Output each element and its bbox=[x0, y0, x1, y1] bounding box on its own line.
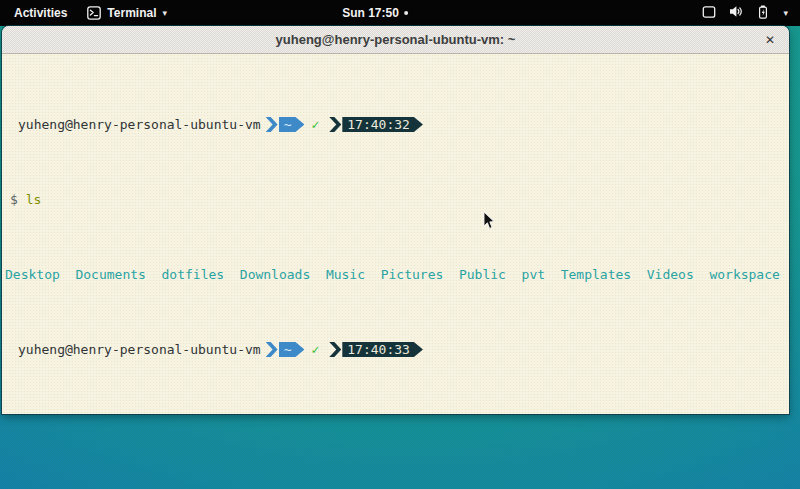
status-check-icon: ✓ bbox=[311, 342, 319, 357]
powerline-chevron-icon bbox=[266, 117, 278, 132]
prompt-path: ~ bbox=[279, 117, 305, 132]
powerline-path-segment: ~ bbox=[266, 342, 305, 357]
prompt-line: yuheng@henry-personal-ubuntu-vm ~ ✓ 17:4… bbox=[5, 117, 789, 132]
command-line: $ ls bbox=[5, 192, 789, 207]
app-menu-label: Terminal bbox=[107, 6, 156, 20]
close-button[interactable]: ✕ bbox=[759, 26, 781, 53]
powerline-time-segment: 17:40:33 bbox=[329, 342, 423, 357]
powerline-chevron-icon bbox=[329, 117, 341, 132]
window-title: yuheng@henry-personal-ubuntu-vm: ~ bbox=[276, 32, 516, 47]
top-bar-left: Activities Terminal ▾ bbox=[0, 4, 167, 22]
terminal-screen[interactable]: yuheng@henry-personal-ubuntu-vm ~ ✓ 17:4… bbox=[2, 54, 789, 414]
powerline-chevron-icon bbox=[266, 342, 278, 357]
prompt-path: ~ bbox=[279, 342, 305, 357]
activities-button[interactable]: Activities bbox=[10, 4, 71, 22]
terminal-app-icon bbox=[87, 6, 101, 20]
powerline-time-segment: 17:40:32 bbox=[329, 117, 423, 132]
system-status-area[interactable]: ▾ bbox=[702, 0, 800, 26]
powerline-path-segment: ~ bbox=[266, 117, 305, 132]
status-check-icon: ✓ bbox=[311, 117, 319, 132]
command-text: ls bbox=[26, 192, 42, 207]
window-titlebar[interactable]: yuheng@henry-personal-ubuntu-vm: ~ ✕ bbox=[2, 26, 789, 54]
volume-icon bbox=[729, 5, 743, 21]
prompt-time: 17:40:32 bbox=[342, 117, 423, 132]
prompt-symbol: $ bbox=[10, 192, 18, 207]
battery-charging-icon bbox=[756, 5, 770, 22]
desktop: Activities Terminal ▾ Sun 17:50 bbox=[0, 0, 800, 489]
app-menu-button[interactable]: Terminal ▾ bbox=[87, 6, 167, 20]
prompt-user-host: yuheng@henry-personal-ubuntu-vm bbox=[18, 342, 261, 357]
top-bar: Activities Terminal ▾ Sun 17:50 bbox=[0, 0, 800, 26]
terminal-window: yuheng@henry-personal-ubuntu-vm: ~ ✕ yuh… bbox=[2, 26, 789, 414]
clock-label: Sun 17:50 bbox=[342, 6, 399, 20]
mouse-cursor-icon bbox=[483, 211, 495, 234]
prompt-line: yuheng@henry-personal-ubuntu-vm ~ ✓ 17:4… bbox=[5, 342, 789, 357]
ls-output-line: Desktop Documents dotfiles Downloads Mus… bbox=[5, 267, 789, 282]
chevron-down-icon: ▾ bbox=[783, 9, 788, 18]
chevron-down-icon: ▾ bbox=[162, 9, 167, 18]
powerline-chevron-icon bbox=[329, 342, 341, 357]
prompt-time: 17:40:33 bbox=[342, 342, 423, 357]
prompt-user-host: yuheng@henry-personal-ubuntu-vm bbox=[18, 117, 261, 132]
clock-button[interactable]: Sun 17:50 bbox=[342, 0, 408, 26]
notification-dot-icon bbox=[404, 11, 408, 15]
display-icon bbox=[702, 5, 716, 22]
